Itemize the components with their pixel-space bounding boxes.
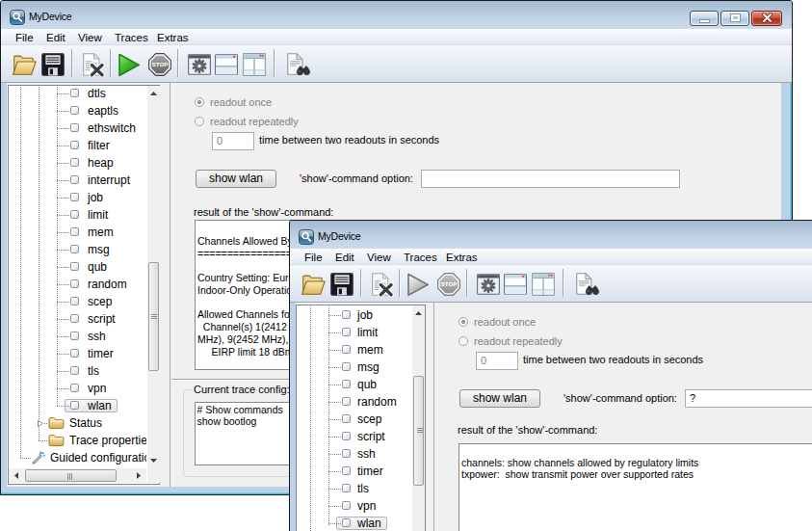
svg-text:STOP: STOP — [152, 62, 168, 67]
svg-text:STOP: STOP — [441, 281, 457, 287]
